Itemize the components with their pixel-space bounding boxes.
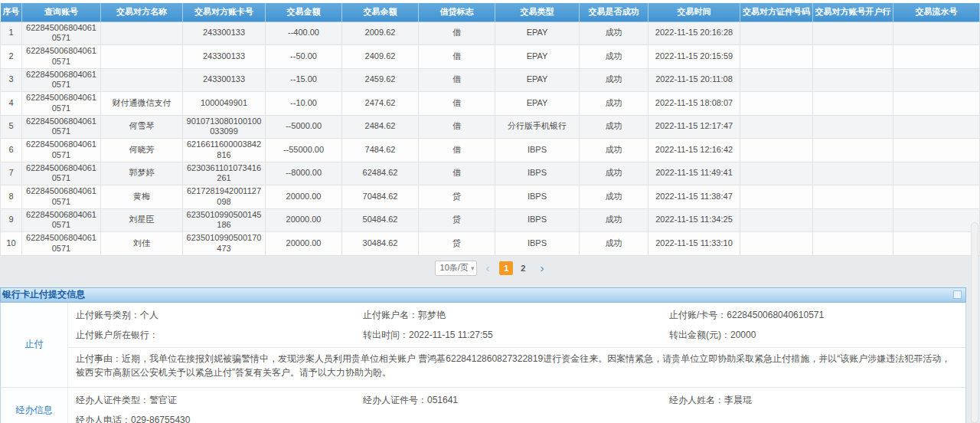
table-cell: 成功 [580,208,648,232]
table-cell: 9010713080100100033099 [183,115,266,139]
table-cell [740,115,813,139]
table-cell: 2022-11-15 12:17:47 [648,115,740,139]
table-cell: 借 [419,162,495,185]
table-cell: 6216611600003842816 [183,139,266,162]
field-operator-phone: 经办人电话：029-86755430 [76,410,363,423]
table-cell: 贷 [419,185,495,209]
pagination: 10条/页 ▾ ‹ 12 › [0,256,980,280]
table-cell: 4 [1,92,22,116]
table-cell: 成功 [580,139,648,162]
table-cell: 2022-11-15 11:34:25 [648,208,740,232]
page-button[interactable]: 1 [499,261,513,275]
field-bank: 止付账户所在银行： [76,325,363,345]
field-card-no: 止付账/卡号：6228450068040610571 [669,305,965,325]
column-header: 交易对方账号开户行 [813,3,893,21]
column-header: 交易对方账卡号 [183,3,266,21]
table-cell: 6230361101073416261 [183,162,266,185]
prev-page-button[interactable]: ‹ [484,261,491,275]
table-cell: IBPS [495,185,580,209]
table-cell [893,115,980,139]
table-cell: 2022-11-15 20:15:59 [648,45,740,69]
table-cell [893,162,980,185]
table-cell: 10 [1,232,22,256]
field-transfer-time: 转出时间：2022-11-15 11:27:55 [363,325,669,345]
table-cell: 2022-11-15 18:08:07 [648,92,740,116]
table-cell: EPAY [495,21,580,45]
table-cell [813,162,893,185]
table-cell: 6235010990500145186 [183,208,266,232]
table-cell: 2474.62 [342,92,419,116]
table-cell: 6228450068040610571 [22,21,101,45]
section-header-stop-payment: 银行卡止付提交信息 [0,287,966,303]
table-cell: 243300133 [183,68,266,92]
vertical-scrollbar[interactable] [971,222,978,423]
table-cell [893,185,980,209]
table-cell: EPAY [495,68,580,92]
table-cell: 财付通微信支付 [101,92,183,116]
next-page-button[interactable]: › [538,261,545,275]
table-cell: 6228450068040610571 [22,162,101,185]
table-cell: 成功 [580,232,648,256]
table-cell: 成功 [580,162,648,185]
table-cell: 6228450068040610571 [22,45,101,69]
table-cell [813,92,893,116]
page-button[interactable]: 2 [516,261,530,275]
table-cell: 70484.62 [342,185,419,209]
table-cell [740,139,813,162]
table-cell [740,68,813,92]
table-cell [893,208,980,232]
table-cell: 成功 [580,115,648,139]
table-cell: 50484.62 [342,208,419,232]
table-cell: 成功 [580,21,648,45]
table-cell: 62484.62 [342,162,419,185]
table-row: 66228450068040610571何晓芳62166116000038428… [1,139,980,162]
table-cell: 3 [1,68,22,92]
table-cell: 5 [1,115,22,139]
column-header: 交易对方名称 [101,3,183,21]
table-cell: 何雪琴 [101,115,183,139]
field-account-type: 止付账号类别：个人 [76,305,363,325]
stop-payment-group: 止付 止付账号类别：个人 止付账户名：郭梦艳 止付账/卡号：6228450068… [1,303,965,388]
column-header: 交易余额 [342,3,419,21]
table-cell: 6217281942001127098 [183,185,266,209]
table-cell: --15.00 [266,68,342,92]
page-size-select[interactable]: 10条/页 ▾ [435,261,478,276]
field-operator-id-type: 经办人证件类型：警官证 [76,390,363,410]
field-amount: 转出金额(元)：20000 [669,325,965,345]
table-row: 26228450068040610571243300133--50.002409… [1,45,980,69]
table-cell: 9 [1,208,22,232]
table-cell: 成功 [580,185,648,209]
table-cell: 7484.62 [342,139,419,162]
table-cell: EPAY [495,45,580,69]
table-cell: 贷 [419,208,495,232]
table-cell: 30484.62 [342,232,419,256]
table-cell [740,21,813,45]
column-header: 交易是否成功 [580,3,648,21]
table-cell: IBPS [495,232,580,256]
table-cell: --5000.00 [266,115,342,139]
table-cell [101,68,183,92]
table-cell: 借 [419,115,495,139]
table-cell [893,21,980,45]
table-cell [813,139,893,162]
table-cell: 2022-11-15 11:49:41 [648,162,740,185]
table-cell: --55000.00 [266,139,342,162]
table-cell: 借 [419,21,495,45]
table-row: 36228450068040610571243300133--15.002459… [1,68,980,92]
table-cell: 刘佳 [101,232,183,256]
table-cell [813,208,893,232]
table-cell: 6228450068040610571 [22,68,101,92]
operator-group: 经办信息 经办人证件类型：警官证 经办人证件号：051641 经办人姓名：李晨琨… [1,388,965,423]
collapse-icon[interactable] [953,290,962,299]
table-cell: IBPS [495,208,580,232]
table-row: 76228450068040610571郭梦婷62303611010734162… [1,162,980,185]
table-cell: 6228450068040610571 [22,185,101,209]
table-cell: 2 [1,45,22,69]
table-cell: 贷 [419,232,495,256]
table-cell [893,92,980,116]
table-cell: 2022-11-15 11:38:47 [648,185,740,209]
table-cell [893,139,980,162]
operator-group-label: 经办信息 [1,388,68,423]
table-cell [101,45,183,69]
table-cell: 何晓芳 [101,139,183,162]
